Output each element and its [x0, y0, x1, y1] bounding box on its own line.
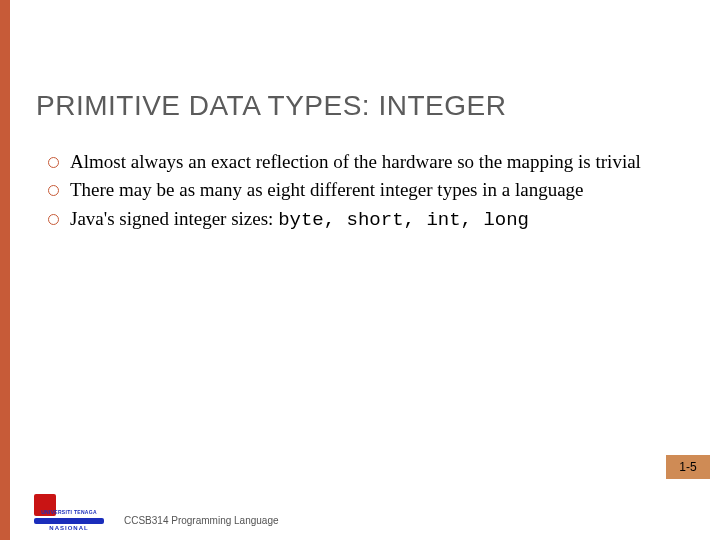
slide: PRIMITIVE DATA TYPES: INTEGER Almost alw…: [10, 0, 720, 540]
list-item: There may be as many as eight different …: [46, 178, 670, 202]
bullet-code: byte, short, int, long: [278, 209, 529, 231]
bullet-text: Java's signed integer sizes:: [70, 208, 278, 229]
page-number: 1-5: [679, 460, 696, 474]
slide-title: PRIMITIVE DATA TYPES: INTEGER: [36, 90, 720, 122]
list-item: Almost always an exact reflection of the…: [46, 150, 670, 174]
bullet-text: There may be as many as eight different …: [70, 179, 584, 200]
university-logo: UNIVERSITI TENAGA NASIONAL: [34, 488, 104, 534]
bullet-list: Almost always an exact reflection of the…: [46, 150, 670, 232]
footer-text: CCSB314 Programming Language: [124, 515, 279, 526]
logo-text-1: UNIVERSITI TENAGA: [34, 510, 104, 515]
bullet-text: Almost always an exact reflection of the…: [70, 151, 641, 172]
logo-band: [34, 518, 104, 524]
list-item: Java's signed integer sizes: byte, short…: [46, 207, 670, 232]
page-number-box: 1-5: [666, 455, 710, 479]
accent-strip: [0, 0, 10, 540]
logo-text-2: NASIONAL: [34, 525, 104, 531]
